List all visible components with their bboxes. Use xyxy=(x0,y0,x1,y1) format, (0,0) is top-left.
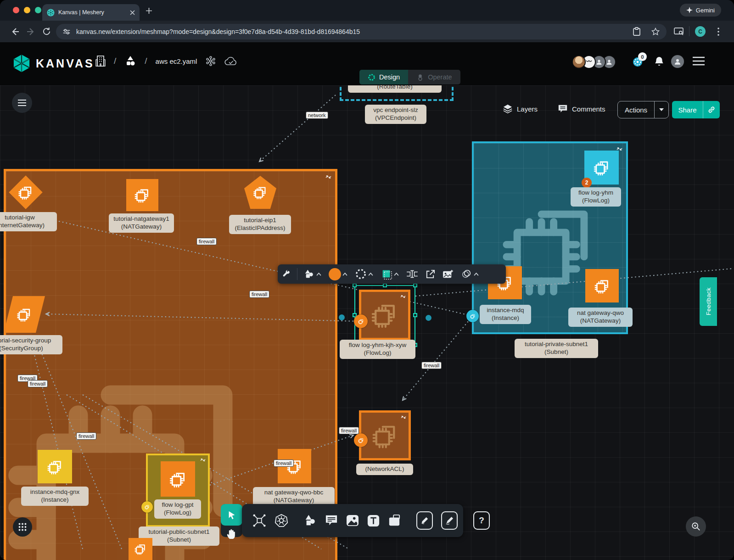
collapse-node-icon[interactable] xyxy=(401,414,406,420)
help-button[interactable]: ? xyxy=(469,511,494,530)
pen-tool-button[interactable] xyxy=(412,511,437,530)
traffic-light-close[interactable] xyxy=(13,7,19,13)
flowlog-gpt-label[interactable]: flow log-gpt(FlowLog) xyxy=(154,499,201,519)
border-style-menu[interactable] xyxy=(351,264,377,284)
edge-label-network[interactable]: network xyxy=(306,112,328,119)
edge-label-firewall[interactable]: firewall xyxy=(274,459,294,467)
app-menu-icon[interactable] xyxy=(692,56,705,66)
back-icon[interactable] xyxy=(8,25,22,39)
fill-color-swatch[interactable] xyxy=(329,268,341,280)
environment-badge[interactable]: 0 xyxy=(632,55,644,68)
gemini-button[interactable]: Gemini xyxy=(680,4,721,17)
share-link-icon[interactable] xyxy=(703,106,720,114)
flowlog-yhm-count-badge[interactable]: 2 xyxy=(582,178,592,188)
workspace-shapes-icon[interactable] xyxy=(124,55,136,67)
note-tool-icon[interactable] xyxy=(384,515,405,526)
instance-gnx-label[interactable]: instance-mdq-gnx(Instance) xyxy=(21,487,89,506)
flowlog-gpt-handle[interactable] xyxy=(141,501,153,513)
edge-label-firewall[interactable]: firewall xyxy=(28,380,48,387)
forward-icon[interactable] xyxy=(24,25,38,39)
flowlog-selected-label[interactable]: flow log-yhm-kjh-xyw(FlowLog) xyxy=(340,340,415,359)
edge-label-firewall[interactable]: firewall xyxy=(76,432,96,440)
natgateway1-label[interactable]: tutorial-natgateway1(NATGateway) xyxy=(109,213,174,233)
share-button[interactable]: Share xyxy=(672,101,720,118)
edge-label-firewall[interactable]: firewall xyxy=(339,427,359,434)
comments-button[interactable]: Comments xyxy=(558,104,605,114)
text-tool-icon[interactable] xyxy=(363,515,384,527)
flowlog-selected-handle[interactable] xyxy=(354,314,368,328)
edge-label-firewall[interactable]: firewall xyxy=(421,362,442,369)
bookmark-star-icon[interactable] xyxy=(651,27,660,36)
selection-handle[interactable] xyxy=(353,283,357,287)
traffic-light-zoom[interactable] xyxy=(35,7,41,13)
node-instance-gnx[interactable] xyxy=(38,450,72,483)
node-bottom-partial[interactable] xyxy=(129,538,152,560)
actions-caret-icon[interactable] xyxy=(655,108,668,112)
edge-endpoint-dot[interactable] xyxy=(339,314,345,320)
traffic-light-minimize[interactable] xyxy=(24,7,30,13)
collapse-node-icon[interactable] xyxy=(400,294,406,299)
selection-handle[interactable] xyxy=(413,283,417,287)
node-shape-menu[interactable] xyxy=(377,264,403,284)
routetable-label[interactable]: (RouteTable) xyxy=(348,85,442,93)
collaborator-avatars[interactable] xyxy=(572,55,616,69)
vpc-endpoint-label[interactable]: vpc endpoint-slz(VPCEndpoint) xyxy=(365,105,426,124)
kubernetes-tool-icon[interactable] xyxy=(270,514,292,527)
shapes-tool-icon[interactable] xyxy=(300,514,321,527)
edge-endpoint-dot[interactable] xyxy=(426,315,431,321)
private-subnet-handle[interactable] xyxy=(466,310,479,322)
address-bar[interactable]: kanvas.new/extension/meshmap?mode=design… xyxy=(56,24,667,39)
zoom-button[interactable] xyxy=(686,516,706,537)
browser-profile-avatar[interactable]: C xyxy=(695,26,706,37)
feedback-tab[interactable]: Feedback xyxy=(700,277,717,326)
rename-node-icon[interactable] xyxy=(403,264,422,284)
tools-wrench-icon[interactable] xyxy=(278,264,294,284)
organization-icon[interactable] xyxy=(95,55,106,67)
notifications-bell-icon[interactable] xyxy=(654,56,664,67)
selection-handle[interactable] xyxy=(383,283,387,287)
collapse-node-icon[interactable] xyxy=(200,457,206,463)
igw-label[interactable]: tutorial-igw(InternetGateway) xyxy=(0,212,57,231)
kanvas-logo[interactable]: KANVAS xyxy=(13,54,95,73)
fill-color-menu[interactable] xyxy=(325,264,351,284)
eip1-label[interactable]: tutorial-eip1(ElasticIPAddress) xyxy=(229,215,291,234)
tab-close-icon[interactable] xyxy=(130,10,135,15)
mesh-sync-icon[interactable] xyxy=(205,56,216,67)
node-flowlog-selected[interactable] xyxy=(359,290,410,340)
pan-tool-button[interactable] xyxy=(224,527,239,541)
edge-label-firewall[interactable]: firewall xyxy=(196,238,217,245)
save-to-clipboard-icon[interactable] xyxy=(633,27,641,36)
security-group-label[interactable]: tutorial-security-group(SecurityGroup) xyxy=(0,335,62,354)
selection-handle[interactable] xyxy=(413,313,417,317)
site-settings-icon[interactable] xyxy=(62,28,71,36)
shapes-menu[interactable] xyxy=(300,264,325,284)
natgateway-qwo-label[interactable]: nat gateway-qwo(NATGateway) xyxy=(568,308,633,327)
node-nat-gateway-qwo[interactable] xyxy=(585,269,619,302)
node-network-acl[interactable] xyxy=(359,410,411,460)
design-canvas[interactable]: (RouteTable) vpc endpoint-slz(VPCEndpoin… xyxy=(0,85,734,560)
private-subnet-label[interactable]: tutorial-private-subnet1(Subnet) xyxy=(515,339,598,358)
browser-tab[interactable]: Kanvas | Meshery xyxy=(42,4,140,21)
grouping-menu[interactable] xyxy=(457,264,482,284)
tab-operate[interactable]: Operate xyxy=(408,70,460,84)
add-image-icon[interactable] xyxy=(439,264,457,284)
comment-tool-icon[interactable] xyxy=(321,515,342,526)
user-profile-avatar[interactable] xyxy=(670,54,685,69)
flowlog-yhm-label[interactable]: flow log-yhm(FlowLog) xyxy=(571,187,621,207)
actions-button[interactable]: Actions xyxy=(617,101,669,118)
natgateway-bbc-label[interactable]: nat gateway-qwo-bbc(NATGateway) xyxy=(253,487,335,506)
select-tool-button[interactable] xyxy=(221,504,242,526)
browser-menu-icon[interactable] xyxy=(712,25,725,39)
design-file-name[interactable]: aws ec2.yaml xyxy=(156,57,197,65)
component-tool-icon[interactable] xyxy=(248,514,270,527)
new-tab-icon[interactable] xyxy=(146,8,152,14)
tab-design[interactable]: Design xyxy=(359,70,408,84)
image-tool-icon[interactable] xyxy=(342,515,363,526)
network-acl-handle[interactable] xyxy=(354,433,368,447)
network-acl-label[interactable]: (NetworkACL) xyxy=(356,464,413,475)
node-flowlog-gpt[interactable] xyxy=(161,461,195,497)
highlighter-tool-button[interactable] xyxy=(437,511,462,530)
edge-label-firewall[interactable]: firewall xyxy=(249,291,269,298)
layers-button[interactable]: Layers xyxy=(503,104,538,114)
instance-mdq-label[interactable]: instance-mdq(Instance) xyxy=(480,305,531,324)
